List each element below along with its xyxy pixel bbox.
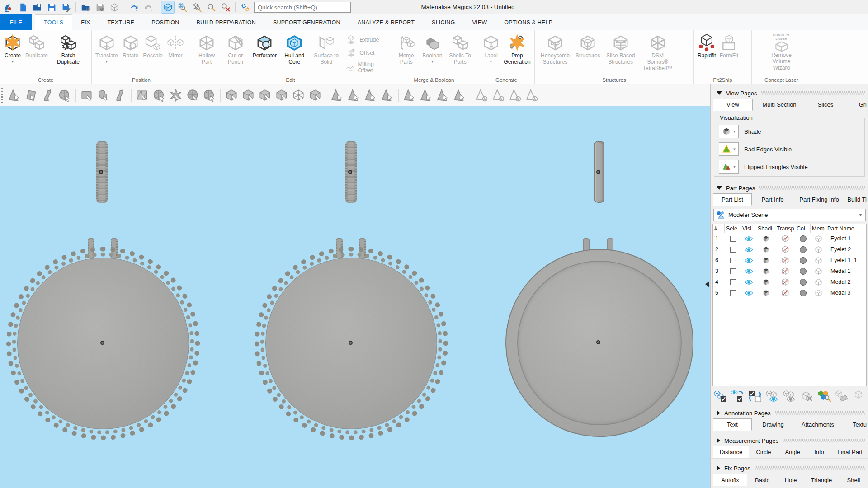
- zoom-selection-icon[interactable]: [176, 1, 189, 13]
- flip-triangle-tool-icon[interactable]: [347, 89, 361, 102]
- tab-basic[interactable]: Basic: [747, 474, 777, 486]
- visible-eye-icon[interactable]: [745, 290, 753, 296]
- shading-cube-icon[interactable]: [762, 278, 770, 286]
- orient-triangle-tool-icon[interactable]: [364, 89, 377, 102]
- tab-part-fixing-info[interactable]: Part Fixing Info: [793, 193, 845, 206]
- select-triangle-tool-icon[interactable]: [330, 89, 344, 102]
- memory-cube-icon[interactable]: [815, 278, 822, 286]
- col-number[interactable]: #: [713, 224, 725, 233]
- menu-tab-options-help[interactable]: OPTIONS & HELP: [495, 14, 561, 30]
- visible-eye-icon[interactable]: [745, 247, 753, 253]
- delete-triangle-tool-icon[interactable]: [403, 89, 416, 102]
- quick-search-input[interactable]: [254, 2, 351, 13]
- extrude-button[interactable]: Extrude: [346, 35, 385, 45]
- visible-eye-icon[interactable]: [745, 279, 753, 285]
- invert-visible-selection-icon[interactable]: [730, 389, 745, 404]
- cube-back-selection-tool-icon[interactable]: [258, 89, 272, 102]
- tab-part-list[interactable]: Part List: [713, 193, 752, 206]
- shading-cube-icon[interactable]: [762, 235, 770, 243]
- magics-logo-icon[interactable]: [2, 1, 14, 13]
- select-checkbox[interactable]: [730, 268, 736, 274]
- col-shading[interactable]: Shadi: [756, 224, 775, 233]
- circle-triangle-tool-icon[interactable]: [509, 89, 522, 102]
- duplicate-button[interactable]: Duplicate: [24, 32, 50, 60]
- tab-hole[interactable]: Hole: [777, 474, 804, 486]
- transparent-toggle-icon[interactable]: [781, 267, 789, 275]
- tab-drawing[interactable]: Drawing: [752, 418, 794, 431]
- transparent-toggle-icon[interactable]: [781, 256, 789, 264]
- mark-plane-tool-icon[interactable]: [24, 89, 38, 102]
- visible-eye-icon[interactable]: [745, 236, 753, 242]
- col-part-name[interactable]: Part Name: [826, 224, 866, 233]
- col-color[interactable]: Col: [795, 224, 811, 233]
- transparent-toggle-icon[interactable]: [781, 235, 789, 243]
- color-swatch[interactable]: [800, 235, 807, 242]
- tab-circle[interactable]: Circle: [749, 446, 778, 458]
- triangle-properties-tool-icon[interactable]: [436, 89, 450, 102]
- perforator-button[interactable]: Perforator: [251, 32, 278, 60]
- bad-edges-visible-button[interactable]: ▼: [719, 142, 739, 156]
- memory-cube-icon[interactable]: [815, 246, 822, 253]
- zoom-in-icon[interactable]: [205, 1, 217, 13]
- mark-triangle-tool-icon[interactable]: [8, 89, 21, 102]
- save-as-icon[interactable]: [60, 1, 72, 13]
- merge-parts-button[interactable]: Merge Parts: [392, 32, 420, 66]
- swap-selection-icon[interactable]: [747, 389, 762, 404]
- part-list-row[interactable]: 4Medal 2: [713, 277, 866, 287]
- mirror-button[interactable]: Mirror: [165, 32, 186, 60]
- shade-mode-button[interactable]: ▼: [719, 125, 739, 138]
- structures-button[interactable]: Structures: [574, 32, 602, 60]
- rotate-button[interactable]: Rotate: [120, 32, 142, 60]
- point-circle-triangle-tool-icon[interactable]: [475, 89, 489, 102]
- color-swatch[interactable]: [800, 279, 807, 286]
- ellipse-selection-tool-icon[interactable]: [203, 89, 216, 102]
- viewport-3d[interactable]: Y X Z: [0, 106, 710, 488]
- offset-button[interactable]: Offset: [346, 48, 385, 58]
- tab-autofix[interactable]: Autofix: [713, 474, 747, 486]
- translate-button[interactable]: Translate▼: [94, 32, 120, 65]
- col-transparent[interactable]: Transp: [775, 224, 795, 233]
- tab-texture[interactable]: Textu: [841, 418, 868, 431]
- col-memory[interactable]: Mem: [811, 224, 826, 233]
- cut-or-punch-button[interactable]: Cut or Punch: [220, 32, 251, 66]
- color-swatch[interactable]: [800, 290, 807, 296]
- menu-tab-fix[interactable]: FIX: [72, 14, 99, 30]
- shading-cube-icon[interactable]: [762, 289, 770, 297]
- redo-icon[interactable]: [142, 1, 155, 13]
- menu-tab-view[interactable]: VIEW: [464, 14, 496, 30]
- select-checkbox[interactable]: [730, 247, 736, 253]
- window-selection-tool-icon[interactable]: [136, 89, 149, 102]
- cube-volume-selection-tool-icon[interactable]: [275, 89, 288, 102]
- memory-cube-icon[interactable]: [815, 289, 822, 297]
- memory-cube-icon[interactable]: [815, 257, 822, 264]
- fixture-part-icon[interactable]: [834, 389, 849, 404]
- tab-attachments[interactable]: Attachments: [794, 418, 841, 431]
- brush-selection-tool-icon[interactable]: [97, 89, 110, 102]
- cube-shaded-selection-tool-icon[interactable]: [241, 89, 255, 102]
- col-visible[interactable]: Visi: [741, 224, 756, 233]
- tab-part-info[interactable]: Part Info: [752, 193, 793, 206]
- select-checkbox[interactable]: [730, 236, 736, 242]
- slice-based-structures-button[interactable]: Slice Based Structures: [602, 32, 639, 66]
- part-list-row[interactable]: 1Eyelet 1: [713, 233, 866, 244]
- visible-eye-icon[interactable]: [745, 268, 753, 274]
- transparent-toggle-icon[interactable]: [781, 278, 789, 286]
- new-scene-icon[interactable]: [16, 1, 29, 13]
- memory-cube-icon[interactable]: [815, 267, 822, 275]
- surface-to-solid-button[interactable]: Surface to Solid: [310, 32, 342, 66]
- mark-surface-tool-icon[interactable]: [41, 89, 55, 102]
- fix-pages-header[interactable]: Fix Pages: [711, 463, 868, 473]
- select-checkbox[interactable]: [730, 279, 736, 285]
- undo-icon[interactable]: [127, 1, 140, 13]
- create-button[interactable]: Create▼: [2, 32, 24, 65]
- dsm-somos-tetrashell-button[interactable]: DSM Somos® TetraShell™: [639, 32, 676, 73]
- find-part-colored-icon[interactable]: [817, 389, 832, 404]
- select-checkbox[interactable]: [730, 290, 736, 296]
- prop-generation-button[interactable]: Prop Generation: [502, 32, 533, 66]
- open-file-icon[interactable]: [31, 1, 43, 13]
- stack-triangles-tool-icon[interactable]: [381, 89, 394, 102]
- transparent-toggle-icon[interactable]: [781, 245, 789, 253]
- cube-plane-selection-tool-icon[interactable]: [308, 89, 322, 102]
- color-swatch[interactable]: [800, 268, 807, 275]
- milling-offset-button[interactable]: Milling Offset: [346, 61, 385, 74]
